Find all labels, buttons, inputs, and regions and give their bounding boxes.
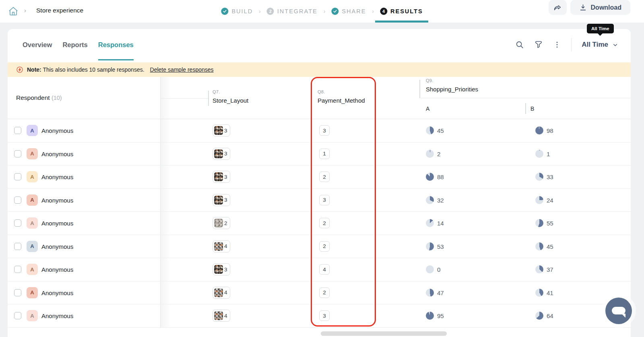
store-layout-cell[interactable]: 3: [213, 124, 230, 136]
tab-overview[interactable]: Overview: [23, 29, 52, 60]
chevron-down-icon: [612, 42, 618, 48]
filter-icon[interactable]: [534, 40, 543, 49]
priority-a-pie-icon: [426, 242, 434, 250]
payment-method-cell[interactable]: 2: [319, 172, 330, 182]
step-integrate[interactable]: 2 INTEGRATE: [267, 8, 318, 15]
priority-a-value: 2: [437, 150, 440, 157]
store-layout-thumbnail: [214, 288, 223, 297]
store-layout-cell[interactable]: 4: [213, 240, 230, 252]
payment-method-cell[interactable]: 3: [319, 195, 330, 205]
row-checkbox[interactable]: [14, 127, 21, 134]
priority-a-value: 88: [437, 174, 444, 180]
row-checkbox[interactable]: [14, 173, 21, 180]
priority-b-pie-icon: [535, 173, 543, 181]
store-layout-cell[interactable]: 2: [213, 217, 230, 229]
payment-method-value: 3: [323, 197, 326, 203]
banner-message: This also includes 10 sample responses.: [43, 66, 144, 73]
step-build[interactable]: BUILD: [221, 8, 253, 15]
payment-method-cell[interactable]: 2: [319, 218, 330, 228]
responses-card: Overview Reports Responses All: [8, 29, 631, 337]
more-options-icon[interactable]: [553, 41, 561, 49]
payment-method-cell[interactable]: 1: [319, 149, 330, 159]
delete-sample-responses-link[interactable]: Delete sample responses: [150, 66, 214, 73]
chat-launcher-button[interactable]: [605, 298, 632, 324]
share-forward-icon: [553, 3, 562, 12]
store-layout-thumbnail: [214, 242, 223, 251]
store-layout-cell[interactable]: 4: [213, 287, 230, 299]
respondent-name: Anonymous: [41, 312, 73, 319]
chat-bubble-tail: [621, 314, 625, 318]
store-layout-cell[interactable]: 3: [213, 194, 230, 206]
respondent-name: Anonymous: [41, 266, 73, 273]
store-layout-value: 4: [224, 313, 227, 319]
download-button[interactable]: Download: [570, 0, 630, 15]
payment-method-cell[interactable]: 3: [319, 310, 330, 321]
store-layout-cell[interactable]: 3: [213, 148, 230, 160]
store-layout-thumbnail: [214, 172, 223, 181]
row-checkbox[interactable]: [14, 312, 21, 319]
payment-method-cell[interactable]: 2: [319, 287, 330, 298]
subcolumn-a-header: A: [426, 105, 429, 112]
q9-column-header[interactable]: Shopping_Priorities: [426, 86, 478, 93]
store-layout-value: 3: [224, 197, 227, 203]
share-button[interactable]: [549, 0, 567, 15]
row-checkbox[interactable]: [14, 150, 21, 157]
payment-method-cell[interactable]: 3: [319, 125, 330, 136]
tab-responses[interactable]: Responses: [98, 29, 134, 60]
table-row: A Anonymous 3 1 2 1: [8, 143, 631, 166]
priority-a-pie-icon: [426, 219, 434, 227]
store-layout-thumbnail: [214, 126, 223, 135]
respondent-name: Anonymous: [41, 220, 73, 227]
payment-method-cell[interactable]: 2: [319, 241, 330, 252]
table-row: A Anonymous 3 2 88 33: [8, 165, 631, 189]
priority-a-value: 0: [437, 266, 440, 273]
store-layout-cell[interactable]: 4: [213, 310, 230, 322]
store-layout-value: 3: [224, 174, 227, 180]
avatar: A: [27, 287, 38, 298]
store-layout-value: 3: [224, 128, 227, 134]
tab-reports[interactable]: Reports: [62, 29, 87, 60]
payment-method-value: 2: [323, 220, 326, 226]
table-row: A Anonymous 3 4 0 37: [8, 258, 631, 281]
priority-b-pie-icon: [535, 242, 543, 250]
store-layout-value: 2: [224, 220, 227, 226]
q9-number: Q9.: [426, 78, 433, 83]
avatar: A: [27, 171, 38, 182]
row-checkbox[interactable]: [14, 196, 21, 204]
time-filter-dropdown[interactable]: All Time: [582, 41, 618, 49]
respondent-column-header: Respondent: [16, 94, 50, 101]
home-icon[interactable]: [8, 6, 19, 17]
priority-b-pie-icon: [535, 289, 543, 297]
store-layout-thumbnail: [214, 265, 223, 274]
q8-column-header[interactable]: Payment_Method: [318, 97, 365, 104]
step-results[interactable]: 4 RESULTS: [380, 8, 423, 15]
table-row: A Anonymous 3 3 32 24: [8, 189, 631, 212]
priority-b-pie-icon: [535, 150, 543, 158]
row-checkbox[interactable]: [14, 243, 21, 250]
priority-b-value: 33: [547, 174, 553, 180]
store-layout-value: 3: [224, 267, 227, 273]
store-layout-cell[interactable]: 3: [213, 171, 230, 183]
divider: [571, 38, 572, 52]
row-checkbox[interactable]: [14, 219, 21, 227]
q7-column-header[interactable]: Store_Layout: [213, 97, 248, 104]
avatar: A: [27, 264, 38, 275]
horizontal-scrollbar[interactable]: [321, 331, 447, 336]
store-layout-value: 4: [224, 243, 227, 249]
priority-a-pie-icon: [426, 150, 434, 158]
workflow-stepper: BUILD › 2 INTEGRATE › SHARE › 4 RESULTS: [221, 0, 423, 23]
table-row: A Anonymous 2 2 14 55: [8, 212, 631, 235]
priority-b-value: 64: [547, 312, 553, 319]
store-layout-thumbnail: [214, 196, 223, 205]
search-icon[interactable]: [515, 40, 524, 49]
table-row: A Anonymous 3 3 45 98: [8, 119, 631, 143]
row-checkbox[interactable]: [14, 266, 21, 273]
payment-method-cell[interactable]: 4: [319, 264, 330, 275]
step-separator-icon: ›: [259, 8, 261, 14]
step-share[interactable]: SHARE: [331, 8, 366, 15]
avatar: A: [27, 194, 38, 206]
priority-a-value: 45: [437, 127, 444, 134]
priority-a-value: 95: [437, 312, 444, 319]
store-layout-cell[interactable]: 3: [213, 263, 230, 275]
row-checkbox[interactable]: [14, 289, 21, 296]
